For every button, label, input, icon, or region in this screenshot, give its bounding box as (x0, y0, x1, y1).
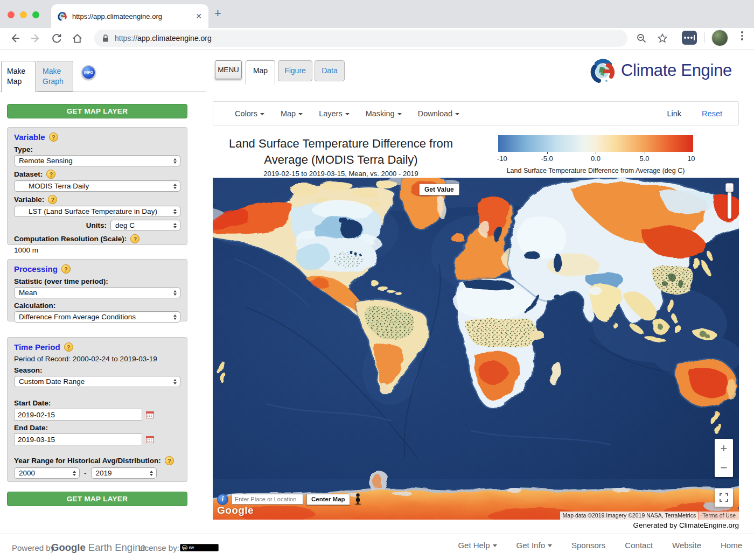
zoom-out-button[interactable]: − (715, 458, 733, 477)
variable-select[interactable]: LST (Land Surface Temperature in Day) (14, 206, 180, 217)
back-button[interactable] (8, 31, 22, 45)
fullscreen-icon (720, 493, 728, 502)
get-map-layer-button-bottom[interactable]: GET MAP LAYER (7, 492, 187, 506)
get-map-layer-button-top[interactable]: GET MAP LAYER (7, 104, 187, 118)
map-menu[interactable]: Map (281, 109, 303, 118)
footer-link-get-help[interactable]: Get Help (458, 541, 497, 550)
end-date-label: End Date: (14, 424, 180, 432)
map-canvas[interactable]: Get Value + − i Center Map Google Map da… (213, 178, 739, 520)
select-stepper-icon (173, 220, 177, 230)
url-text: https://app.climateengine.org (115, 34, 212, 43)
masking-menu[interactable]: Masking (366, 109, 402, 118)
google-earth-engine-logo[interactable]: Google Earth Engine (51, 542, 146, 554)
variable-label: Variable:? (14, 195, 180, 204)
season-label: Season: (14, 366, 180, 374)
zoom-window-button[interactable] (32, 11, 39, 18)
units-select[interactable]: deg C (110, 220, 180, 231)
reload-button[interactable] (50, 31, 64, 45)
year-end-select[interactable]: 2019 (91, 467, 157, 479)
profile-avatar[interactable] (711, 30, 728, 46)
calculation-select[interactable]: Difference From Average Conditions (14, 311, 180, 323)
end-date-input[interactable] (14, 433, 142, 445)
zoom-in-button[interactable]: + (715, 439, 733, 458)
statistic-select[interactable]: Mean (14, 287, 180, 298)
fullscreen-button[interactable] (715, 488, 733, 507)
help-icon[interactable]: ? (165, 456, 174, 465)
help-icon[interactable]: ? (64, 342, 73, 352)
download-menu[interactable]: Download (418, 109, 460, 118)
caret-down-icon (455, 113, 459, 115)
info-icon[interactable]: i (217, 494, 228, 505)
map-search-row: i Center Map (217, 493, 362, 506)
get-value-button[interactable]: Get Value (419, 184, 459, 195)
help-icon[interactable]: ? (61, 264, 71, 274)
info-button[interactable]: INFO (81, 65, 96, 80)
map-toolbar: Colors Map Layers Masking Download Link … (213, 101, 739, 125)
reset-button[interactable]: Reset (702, 109, 722, 118)
center-map-button[interactable]: Center Map (306, 494, 350, 505)
tab-figure[interactable]: Figure (278, 60, 312, 81)
zoom-out-page-icon[interactable] (634, 31, 648, 45)
select-stepper-icon (173, 181, 177, 191)
variable-panel: Variable? Type: Remote Sensing Dataset:?… (7, 127, 187, 245)
footer-link-sponsors[interactable]: Sponsors (571, 541, 605, 550)
help-icon[interactable]: ? (48, 195, 57, 204)
google-logo[interactable]: Google (217, 505, 254, 516)
processing-section-title: Processing? (14, 264, 71, 274)
address-bar[interactable]: https://app.climateengine.org (94, 30, 627, 47)
footer-link-website[interactable]: Website (672, 541, 701, 550)
tab-map[interactable]: Map (246, 60, 275, 85)
close-window-button[interactable] (8, 11, 15, 18)
select-stepper-icon (73, 468, 76, 478)
world-map[interactable] (213, 178, 739, 520)
pegman-icon[interactable] (353, 493, 362, 506)
tab-close-icon[interactable]: ✕ (196, 12, 202, 20)
footer-link-get-info[interactable]: Get Info (516, 541, 552, 550)
map-attribution: Map data ©2019 Imagery ©2019 NASA, Terra… (560, 512, 739, 520)
place-search-input[interactable] (232, 494, 303, 505)
help-icon[interactable]: ? (49, 132, 58, 142)
dataset-select[interactable]: MODIS Terra Daily (14, 180, 180, 192)
tab-title: https://app.climateengine.org (72, 12, 191, 20)
help-icon[interactable]: ? (130, 234, 139, 243)
calendar-icon[interactable] (146, 411, 154, 418)
browser-tab[interactable]: https://app.climateengine.org ✕ (51, 4, 208, 28)
type-label: Type: (14, 145, 180, 153)
tab-make-graph[interactable]: Make Graph (37, 61, 73, 92)
layers-menu[interactable]: Layers (319, 109, 350, 118)
calendar-icon[interactable] (146, 436, 154, 443)
opacity-slider-thumb[interactable] (725, 183, 734, 192)
year-start-select[interactable]: 2000 (14, 467, 80, 479)
start-date-input[interactable] (14, 409, 142, 421)
variable-section-title: Variable? (14, 132, 58, 142)
menu-button[interactable]: MENU (215, 60, 242, 79)
tab-data[interactable]: Data (315, 60, 345, 81)
tab-make-map[interactable]: Make Map (1, 61, 36, 92)
help-icon[interactable]: ? (46, 170, 55, 179)
new-tab-button[interactable]: + (214, 8, 221, 19)
link-button[interactable]: Link (667, 109, 681, 118)
calculation-label: Calculation: (14, 302, 180, 310)
type-select[interactable]: Remote Sensing (14, 155, 180, 166)
resolution-label: Computation Resolution (Scale):? (14, 234, 180, 243)
map-title-line2: Average (MODIS Terra Daily) (215, 152, 466, 168)
generated-by-text: Generated by ClimateEngine.org (633, 521, 739, 529)
minimize-window-button[interactable] (20, 11, 27, 18)
bookmark-star-icon[interactable] (655, 31, 669, 45)
home-button[interactable] (70, 31, 84, 45)
extension-icon[interactable] (682, 31, 697, 45)
footer-link-home[interactable]: Home (721, 541, 742, 550)
colors-menu[interactable]: Colors (235, 109, 264, 118)
terms-of-use-link[interactable]: Terms of Use (699, 512, 739, 520)
footer-link-contact[interactable]: Contact (625, 541, 653, 550)
caret-down-icon (260, 113, 264, 115)
browser-menu-icon[interactable] (739, 31, 745, 40)
time-period-panel: Time Period? Period of Record: 2000-02-2… (7, 337, 187, 482)
forward-button[interactable] (29, 31, 43, 45)
color-legend: -10 -5.0 0.0 5.0 10 Land Surface Tempera… (498, 135, 693, 174)
units-label: Units: (86, 221, 107, 229)
toolbar-divider (704, 32, 705, 43)
season-select[interactable]: Custom Date Range (14, 376, 180, 387)
footer-links: Get Help Get Info Sponsors Contact Websi… (458, 541, 742, 550)
cc-license-badge[interactable]: ccBY (180, 544, 219, 551)
